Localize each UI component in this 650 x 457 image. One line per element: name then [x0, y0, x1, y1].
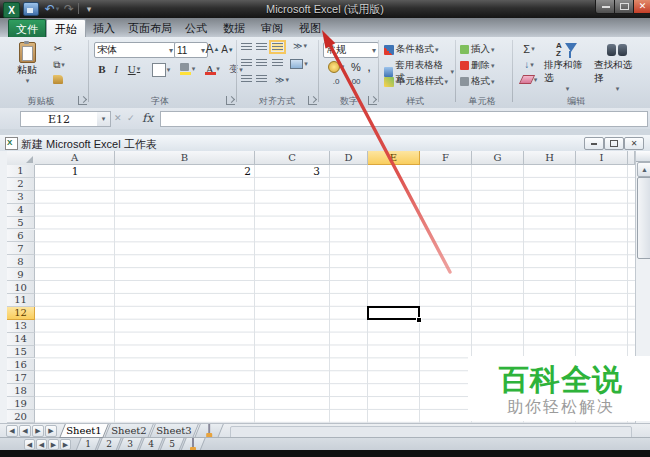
insert-worksheet-icon[interactable] [194, 424, 224, 438]
cells-item-2[interactable]: 删除▾ [460, 59, 508, 72]
sheet-nav-prev-icon[interactable]: ◀ [19, 425, 31, 437]
align-bottom-button[interactable] [272, 43, 283, 51]
column-header-A[interactable]: A [35, 151, 115, 165]
row-header-18[interactable]: 18 [7, 384, 35, 397]
row-header-10[interactable]: 10 [7, 281, 35, 294]
underline-button[interactable]: U▾ [124, 63, 144, 75]
autosum-button[interactable]: Σ▾ [518, 43, 540, 55]
sheet-tab-Sheet1[interactable]: Sheet1 [59, 424, 109, 438]
sheet-tab-Sheet3[interactable]: Sheet3 [149, 424, 199, 438]
row-header-13[interactable]: 13 [7, 320, 35, 333]
align-left-button[interactable] [241, 59, 252, 67]
row-header-12[interactable]: 12 [7, 307, 35, 320]
select-all-corner[interactable] [7, 151, 36, 166]
grow-font-button[interactable]: A▲ [206, 42, 219, 56]
font-name-select[interactable]: 宋体▾ [94, 42, 176, 58]
format-painter-button[interactable] [50, 75, 66, 84]
tab-页面布局[interactable]: 页面布局 [124, 19, 176, 37]
save-icon[interactable] [23, 2, 39, 16]
cells-item-1[interactable]: 插入▾ [460, 43, 508, 56]
column-header-E[interactable]: E [368, 151, 420, 165]
row-header-2[interactable]: 2 [7, 178, 35, 191]
clear-button[interactable]: ▾ [518, 75, 540, 84]
paste-button[interactable]: 粘贴 ▾ [12, 42, 42, 85]
sheet-tab-Sheet2[interactable]: Sheet2 [104, 424, 154, 438]
bold-button[interactable]: B [96, 63, 108, 75]
wrap-text-button[interactable]: ≫▾ [272, 75, 292, 85]
tab-文件[interactable]: 文件 [8, 19, 46, 38]
clipboard-dialog-launcher[interactable] [78, 96, 87, 105]
redo-icon[interactable]: ↷ [62, 2, 76, 16]
row-header-8[interactable]: 8 [7, 255, 35, 268]
row-header-11[interactable]: 11 [7, 294, 35, 307]
scrollbar-thumb[interactable] [637, 177, 650, 259]
insert-function-icon[interactable]: fx [142, 111, 153, 125]
number-dialog-launcher[interactable] [368, 96, 377, 105]
row-header-16[interactable]: 16 [7, 359, 35, 372]
cell-B1[interactable]: 2 [115, 165, 255, 178]
borders-button[interactable]: ▾ [150, 63, 172, 77]
sheet-nav-last-icon[interactable]: ▶ [45, 425, 57, 437]
formula-input[interactable] [160, 111, 648, 127]
merge-center-button[interactable]: ▾ [288, 59, 310, 69]
tab-数据[interactable]: 数据 [216, 19, 252, 37]
styles-item-3[interactable]: 单元格样式▾ [384, 75, 454, 88]
sheet-nav-first-icon[interactable]: ◀ [6, 425, 18, 437]
fill-color-button[interactable]: ▾ [176, 63, 198, 75]
name-box[interactable]: E12 [20, 111, 98, 127]
decrease-decimal-button[interactable]: .00 [346, 77, 364, 86]
workbook-restore-button[interactable] [604, 137, 624, 150]
workbook-minimize-button[interactable] [584, 137, 604, 150]
shrink-font-button[interactable]: A▼ [221, 44, 234, 55]
sheet2-nav-icon[interactable]: ▶ [48, 439, 59, 450]
sheet2-nav-icon[interactable]: ◀ [36, 439, 47, 450]
align-middle-button[interactable] [256, 43, 267, 51]
row-header-6[interactable]: 6 [7, 230, 35, 243]
name-box-dropdown-icon[interactable]: ▾ [97, 111, 111, 127]
tab-视图[interactable]: 视图 [292, 19, 328, 37]
split-box[interactable] [636, 151, 650, 162]
row-header-15[interactable]: 15 [7, 346, 35, 359]
tab-插入[interactable]: 插入 [86, 19, 122, 37]
undo-icon[interactable]: ↶▾ [42, 2, 62, 16]
row-header-17[interactable]: 17 [7, 371, 35, 384]
fill-button[interactable]: ↓▾ [518, 59, 540, 70]
find-select-button[interactable]: 查找和选择 ▾ [594, 41, 640, 93]
align-top-button[interactable] [241, 43, 252, 51]
comma-style-button[interactable]: , [364, 59, 374, 74]
font-dialog-launcher[interactable] [226, 96, 235, 105]
tab-公式[interactable]: 公式 [178, 19, 214, 37]
cell-C1[interactable]: 3 [255, 165, 330, 178]
sort-filter-button[interactable]: AZ 排序和筛选 ▾ [544, 41, 590, 93]
align-right-button[interactable] [272, 59, 283, 67]
maximize-button[interactable] [614, 0, 635, 14]
tab-审阅[interactable]: 审阅 [254, 19, 290, 37]
row-header-19[interactable]: 19 [7, 397, 35, 410]
qat-customize-icon[interactable]: ▾ [83, 2, 95, 16]
row-header-5[interactable]: 5 [7, 217, 35, 230]
column-header-F[interactable]: F [420, 151, 472, 165]
tab-开始[interactable]: 开始 [46, 19, 86, 38]
row-header-14[interactable]: 14 [7, 333, 35, 346]
orientation-button[interactable]: ≫▾ [290, 41, 310, 51]
scroll-up-icon[interactable]: ▲ [637, 162, 650, 177]
font-size-select[interactable]: 11▾ [174, 42, 208, 58]
sheet2-nav-icon[interactable]: ◀ [24, 439, 35, 450]
column-header-H[interactable]: H [524, 151, 576, 165]
row-header-1[interactable]: 1 [7, 165, 35, 178]
row-header-7[interactable]: 7 [7, 242, 35, 255]
font-color-button[interactable]: A▾ [201, 63, 223, 75]
cells-item-3[interactable]: 格式▾ [460, 75, 508, 88]
styles-item-1[interactable]: 条件格式▾ [384, 43, 454, 56]
row-header-9[interactable]: 9 [7, 268, 35, 281]
row-header-20[interactable]: 20 [7, 410, 35, 423]
column-header-D[interactable]: D [330, 151, 368, 165]
accounting-format-button[interactable]: ▾ [325, 61, 347, 73]
column-header-B[interactable]: B [115, 151, 255, 165]
copy-button[interactable]: ⧉▾ [48, 59, 70, 71]
selected-cell-outline[interactable] [367, 306, 420, 320]
close-button[interactable]: ✕ [633, 0, 650, 14]
fill-handle[interactable] [416, 317, 422, 323]
cell-A1[interactable]: 1 [35, 165, 115, 178]
workbook-close-button[interactable]: ✕ [624, 137, 644, 150]
